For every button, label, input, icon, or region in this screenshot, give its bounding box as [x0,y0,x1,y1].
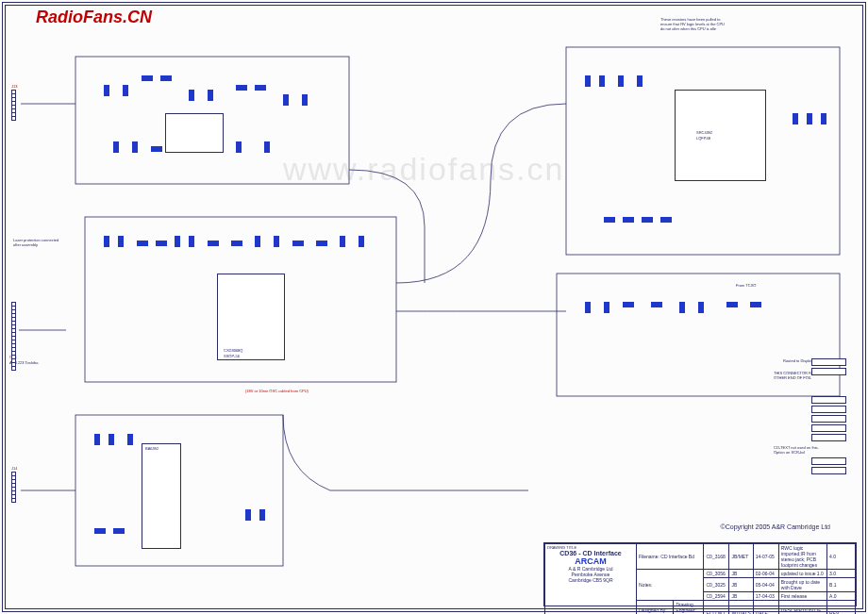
rev-eco-3: C0_2594 [704,592,729,601]
col-rev: REV [827,601,856,615]
rev-by-3: JB [729,592,753,601]
col-eco: ECO NO. [704,601,729,615]
ic-u10-pkg: SSOP-56 [224,354,240,358]
rev-eco-2: C0_3025 [704,578,729,592]
rev-eco-1: C0_3056 [704,570,729,578]
note-laser: Laser protection connected after assembl… [13,238,60,247]
col-desc: DESCRIPTION OF CHANGE [778,601,826,615]
ic-u11-part: BA6392 [145,446,159,451]
offsheet-port [811,368,846,375]
tb-drawing-title: CD36 - CD Interface [547,550,634,556]
ic-u9 [165,113,224,153]
rev-desc-0: RWC logic imported;IR from stereo jack; … [778,544,826,570]
ic-u14-pkg: LQFP48 [696,136,710,141]
tb-addr-2: Cambridge CB5 9QR [568,577,612,583]
rev-by-1: JB [729,570,753,578]
offsheet-port [811,358,846,366]
note-spdif: (18V or 10nm OSC cabled from CPU) [245,389,309,393]
note-cdtxt: CD-TEXT not used on this. Option on SCR-… [774,445,830,455]
offsheet-port [811,406,846,413]
note-tcxo: From TCXO [736,283,756,288]
site-logo: RadioFans.CN [36,8,152,27]
rev-v-1: 3.0 [827,570,856,578]
note-top-resistors: These resistors have been pulled to ensu… [660,17,726,31]
tb-eng-label: Drawing Engineer: [676,602,695,613]
connector-pin [11,498,16,503]
title-block: DRAWING TITLE CD36 - CD Interface ARCAM … [543,542,857,606]
connector-pin [11,116,16,121]
offsheet-port [811,424,846,432]
ic-u14-part: SRC4392 [696,130,712,135]
tb-filename-label: Filename: [639,554,659,559]
ic-u14: SRC4392 LQFP48 [675,90,766,181]
rev-v-2: B.1 [827,578,856,592]
col-init: INITIALS [729,601,753,615]
connector-pin [11,366,16,371]
col-date: DATE [753,601,778,615]
rev-by-0: JB/MET [729,544,753,570]
ic-u10-part: CXD3068Q [224,348,242,353]
rev-by-2: JB [729,578,753,592]
rev-v-0: 4.0 [827,544,856,570]
rev-date-3: 17-04-03 [753,592,778,601]
rev-desc-3: First release [778,592,826,601]
ic-u10: CXD3068Q SSOP-56 [217,274,285,360]
tb-company: ARCAM [547,556,634,566]
offsheet-port [811,457,846,465]
rev-date-2: 05-04-04 [753,578,778,592]
rev-v-3: A.0 [827,592,856,601]
offsheet-port [811,415,846,423]
rev-date-0: 14-07-05 [753,544,778,570]
tb-filename: CD Interface Bd [660,554,694,559]
rev-date-1: 02-06-04 [753,570,778,578]
offsheet-port [811,434,846,441]
rev-desc-2: Brought up to date with Dave [778,578,826,592]
offsheet-port [811,467,846,474]
j13-ref: J13 [11,84,17,89]
rev-eco-0: C0_3168 [704,544,729,570]
rev-desc-1: updated to issue 1.0 [778,570,826,578]
ic-u11: BA6392 [142,443,181,549]
offsheet-port [811,396,846,404]
copyright-text: ©Copyright 2005 A&R Cambridge Ltd [721,523,830,530]
j14-ref: J14 [11,466,17,471]
tb-notes-label: Notes: [639,582,652,588]
